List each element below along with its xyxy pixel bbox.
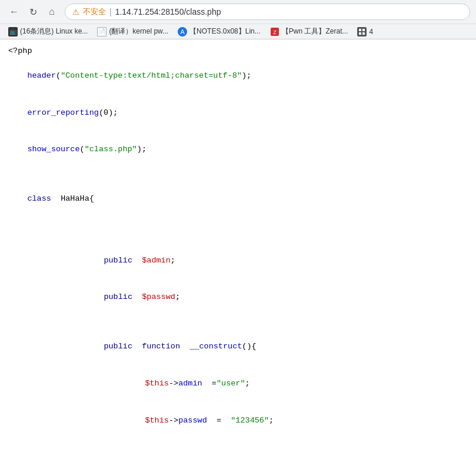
construct-body2-line: $this->passwd = "123456"; [8, 403, 468, 440]
bookmark-extra[interactable]: 4 [354, 26, 377, 38]
class-declaration: class HaHaHa{ [8, 181, 468, 218]
svg-text:Z: Z [273, 29, 277, 35]
bookmark-linux[interactable]: 📺 (16条消息) Linux ke... [5, 25, 91, 38]
address-bar[interactable]: ⚠ 不安全 | 1.14.71.254:28150/class.php [65, 4, 470, 20]
bookmark-favicon-linux: 📺 [8, 27, 18, 36]
nav-buttons: ← ↻ ⌂ [6, 4, 60, 20]
construct-body1-line: $this->admin ="user"; [8, 365, 468, 403]
php-open-tag: <?php [8, 45, 468, 58]
error-func: error_reporting [27, 108, 99, 117]
bookmark-notes[interactable]: A 【NOTES.0x08】Lin... [174, 25, 264, 38]
show-source-func: show_source [27, 145, 79, 154]
code-header-line: header("Content-type:text/html;charset=u… [8, 58, 468, 95]
header-func: header [27, 71, 56, 80]
svg-rect-5 [359, 32, 361, 35]
security-warning-text: 不安全 [83, 6, 106, 17]
construct-close-line: } [8, 440, 468, 450]
svg-rect-6 [362, 32, 365, 35]
bookmark-favicon-extra [357, 27, 367, 36]
bookmark-label-linux: (16条消息) Linux ke... [20, 26, 88, 36]
browser-chrome: ← ↻ ⌂ ⚠ 不安全 | 1.14.71.254:28150/class.ph… [0, 0, 476, 39]
code-display: <?php header("Content-type:text/html;cha… [0, 39, 476, 449]
show-source-string: "class.php" [85, 145, 137, 154]
pub-admin-line: public $admin; [8, 242, 468, 280]
address-separator: | [109, 7, 112, 16]
svg-rect-3 [359, 29, 361, 31]
bookmarks-bar: 📺 (16条消息) Linux ke... 📄 (翻译）kernel pw...… [0, 24, 476, 39]
bookmark-favicon-kernel: 📄 [97, 27, 106, 36]
back-button[interactable]: ← [6, 4, 22, 20]
bookmark-favicon-notes: A [178, 27, 187, 36]
refresh-button[interactable]: ↻ [25, 4, 41, 20]
code-show-source-line: show_source("class.php"); [8, 131, 468, 168]
construct-sig-line: public function __construct(){ [8, 328, 468, 365]
header-string: "Content-type:text/html;charset=utf-8" [61, 71, 242, 80]
pub-passwd-line: public $passwd; [8, 280, 468, 317]
svg-rect-4 [362, 29, 365, 31]
security-warning-icon: ⚠ [72, 8, 79, 16]
bookmark-pwn[interactable]: Z 【Pwn 工具】Zerat... [267, 25, 352, 38]
bookmark-label-pwn: 【Pwn 工具】Zerat... [282, 26, 348, 36]
blank-line-4 [8, 316, 468, 328]
bookmark-label-kernel: (翻译）kernel pw... [109, 26, 168, 36]
address-url: 1.14.71.254:28150/class.php [115, 7, 221, 16]
bookmark-favicon-pwn: Z [270, 27, 279, 36]
bookmark-kernel[interactable]: 📄 (翻译）kernel pw... [94, 25, 172, 38]
blank-line-1 [8, 168, 468, 181]
blank-line-2 [8, 218, 468, 230]
browser-toolbar: ← ↻ ⌂ ⚠ 不安全 | 1.14.71.254:28150/class.ph… [0, 0, 476, 24]
code-error-line: error_reporting(0); [8, 95, 468, 132]
bookmark-label-notes: 【NOTES.0x08】Lin... [189, 26, 261, 36]
home-button[interactable]: ⌂ [44, 4, 60, 20]
blank-line-3 [8, 230, 468, 242]
bookmark-label-extra: 4 [369, 28, 373, 36]
